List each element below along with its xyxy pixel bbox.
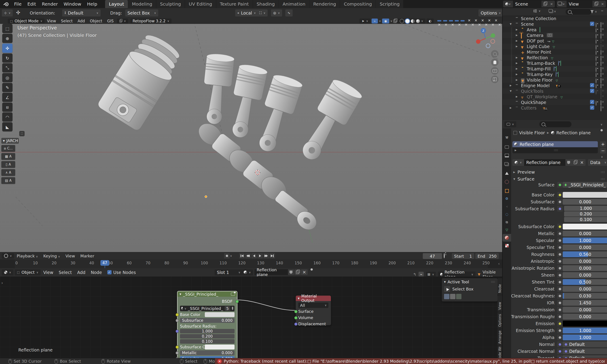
panel-grip[interactable]: ∷∷ bbox=[491, 280, 495, 284]
properties-tab-object-data[interactable]: ▽ bbox=[502, 226, 511, 234]
input-socket-gray[interactable] bbox=[175, 351, 179, 355]
scene-unlink-button[interactable]: ✕ bbox=[548, 1, 555, 7]
socket-chip[interactable] bbox=[557, 341, 563, 347]
selectability-dropdown[interactable]: ➤∨ bbox=[359, 19, 370, 24]
retopoflow-menu[interactable]: RetopoFlow 3.2.2∨ bbox=[130, 19, 172, 24]
input-socket[interactable] bbox=[294, 316, 298, 320]
snap-dropdown[interactable]: ⛶∨ bbox=[257, 9, 268, 16]
value-field[interactable]: 1.000 bbox=[564, 206, 607, 211]
tool-move[interactable]: ✣ bbox=[2, 44, 13, 53]
properties-tab-particles[interactable]: ⁖ bbox=[502, 203, 511, 210]
tool-measure[interactable]: ∠ bbox=[2, 93, 13, 102]
slider-anisotropic[interactable]: 0.000 bbox=[563, 258, 607, 264]
render-camera-toggle[interactable] bbox=[601, 78, 601, 83]
toggle-bar[interactable] bbox=[449, 20, 453, 21]
workspace-tab-uv-editing[interactable]: UV Editing bbox=[185, 0, 216, 8]
properties-tab-physics[interactable]: ◌ bbox=[502, 210, 511, 218]
properties-tab-output[interactable] bbox=[502, 152, 511, 159]
jarch-panel-header[interactable]: ▼ JARCH bbox=[1, 138, 19, 144]
jarch-roof-button[interactable]: ∧A bbox=[1, 169, 15, 176]
properties-tab-object[interactable] bbox=[502, 187, 511, 195]
data-dropdown[interactable]: Data∨ bbox=[588, 159, 607, 166]
slot-dropdown[interactable]: Slot 1∨ bbox=[215, 270, 243, 275]
expand-icon[interactable]: ▶ bbox=[515, 149, 516, 152]
socket-chip[interactable] bbox=[557, 199, 563, 205]
proportional-editing-dropdown[interactable]: ◎∨ bbox=[271, 9, 282, 16]
slider-transmission[interactable]: 0.000 bbox=[563, 307, 607, 312]
slider-clearcoat-roughness[interactable]: 0.030 bbox=[563, 293, 607, 299]
view-layer-browse-button[interactable]: ∨ bbox=[557, 1, 567, 7]
socket-chip[interactable] bbox=[557, 272, 563, 278]
slider[interactable]: Subsurface0.000 bbox=[180, 318, 235, 323]
color-swatch-subsurface-color[interactable] bbox=[563, 224, 607, 230]
outliner-row-area[interactable]: ▶ Area bbox=[502, 27, 607, 32]
next-keyframe-button[interactable] bbox=[263, 253, 269, 259]
socket-chip[interactable] bbox=[557, 251, 563, 257]
menu-edit[interactable]: Edit bbox=[24, 0, 39, 8]
record-button[interactable] bbox=[224, 253, 230, 259]
scene-browse-button[interactable]: ∨ bbox=[503, 1, 513, 7]
parent-arrow-icon[interactable]: ↰ bbox=[413, 272, 416, 277]
render-camera-toggle[interactable] bbox=[601, 106, 601, 111]
socket-chip[interactable] bbox=[557, 328, 563, 333]
solid-shading-icon[interactable] bbox=[405, 19, 409, 23]
new-material-button[interactable] bbox=[572, 159, 578, 166]
slider-subsurface[interactable]: 0.000 bbox=[563, 199, 607, 205]
render-camera-toggle[interactable] bbox=[601, 34, 601, 39]
node-material-field[interactable]: ∨ _SSGI_Principled_ 5 bbox=[180, 306, 235, 311]
slider-roughness[interactable]: 0.560 bbox=[563, 251, 607, 257]
material-shading-icon[interactable] bbox=[411, 19, 415, 23]
outliner-row-trilamp-fill[interactable]: ▶ TriLamp-Fill bbox=[502, 66, 607, 72]
sidebar-toggle-icon[interactable]: › bbox=[1, 280, 3, 285]
gis-extra-dropdown[interactable]: ∨ bbox=[117, 19, 128, 24]
workspace-tab-shading[interactable]: Shading bbox=[253, 0, 279, 8]
input-socket[interactable] bbox=[294, 310, 298, 313]
menu-file[interactable]: File bbox=[11, 0, 24, 8]
render-camera-off-toggle[interactable] bbox=[601, 45, 601, 50]
scene-name[interactable]: Scene bbox=[513, 1, 541, 7]
zoom-icon[interactable] bbox=[491, 50, 499, 58]
expand-icon[interactable]: ▶ bbox=[510, 105, 512, 111]
viewport-menu-add[interactable]: Add bbox=[75, 18, 87, 24]
timeline-menu-playback[interactable]: Playback ∨ bbox=[14, 254, 41, 258]
jarch-cube-button[interactable]: ⧈C... bbox=[1, 145, 15, 152]
outliner-row-scene[interactable]: ▼ Scene ✓ bbox=[502, 21, 607, 27]
sidebar-tab-node[interactable]: Node bbox=[497, 278, 502, 295]
frame-start-field[interactable]: Start1 bbox=[452, 253, 474, 259]
sidebar-tab-node-wra[interactable]: Node Wra bbox=[497, 346, 502, 358]
socket-chip[interactable] bbox=[557, 335, 563, 340]
display-mode-dropdown[interactable]: ∨ bbox=[534, 9, 541, 13]
outliner-row-mirror-point[interactable]: + Mirror Point bbox=[502, 49, 607, 55]
socket-chip[interactable] bbox=[557, 293, 563, 299]
properties-tab-render[interactable] bbox=[502, 143, 511, 151]
shader-menu-add[interactable]: Add bbox=[74, 270, 88, 275]
exclude-checkbox[interactable]: ✓ bbox=[590, 83, 594, 87]
render-camera-toggle[interactable] bbox=[601, 56, 601, 61]
render-camera-toggle[interactable] bbox=[601, 101, 601, 105]
breadcrumb-object[interactable]: Visible Floor bbox=[519, 130, 545, 135]
slider-emission-strength[interactable]: 1.000 bbox=[563, 328, 607, 333]
collapse-icon[interactable]: ▼ bbox=[180, 293, 181, 295]
thumbnail[interactable] bbox=[456, 294, 462, 299]
node-header[interactable]: ▼ _SSGI_Principled_ bbox=[178, 291, 237, 297]
node-ssgi-principled[interactable]: ▼ _SSGI_Principled_ BSDF ∨ _SSGI_Princip… bbox=[177, 291, 238, 358]
render-camera-toggle[interactable] bbox=[601, 50, 601, 55]
fake-user-button[interactable] bbox=[288, 269, 294, 275]
tool-arc[interactable]: ◠ bbox=[2, 112, 13, 122]
exclude-checkbox[interactable]: ✓ bbox=[590, 89, 594, 93]
properties-tab-material[interactable] bbox=[502, 234, 511, 242]
snap-toggle[interactable]: ⌁ bbox=[371, 19, 378, 24]
toggle-bar[interactable] bbox=[437, 20, 441, 21]
users-count[interactable]: 5 bbox=[225, 306, 230, 311]
color-swatch-emission[interactable] bbox=[563, 321, 607, 326]
gizmo-settings-button[interactable]: ⛶ bbox=[19, 131, 25, 136]
toggle-bar[interactable] bbox=[443, 20, 447, 21]
view-layer-remove-button[interactable]: ✕ bbox=[599, 1, 606, 7]
expand-icon[interactable]: ▶ bbox=[516, 94, 518, 99]
options-chevron[interactable]: ∨ bbox=[601, 122, 603, 126]
socket-chip[interactable] bbox=[557, 182, 563, 188]
slider-anisotropic-rotation[interactable]: 0.000 bbox=[563, 265, 607, 271]
breadcrumb-material[interactable]: Reflection plane bbox=[556, 130, 591, 135]
socket-chip[interactable] bbox=[557, 245, 563, 250]
use-preview-range-button[interactable] bbox=[444, 254, 445, 258]
